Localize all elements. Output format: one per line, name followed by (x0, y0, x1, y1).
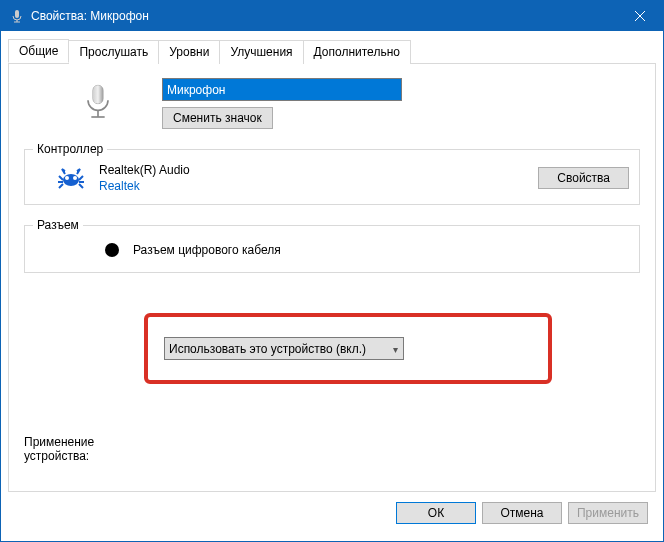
device-section: Сменить значок (24, 78, 640, 129)
controller-legend: Контроллер (33, 142, 107, 156)
cancel-button[interactable]: Отмена (482, 502, 562, 524)
svg-rect-6 (93, 85, 103, 103)
device-usage-select[interactable]: Использовать это устройство (вкл.) (164, 337, 404, 360)
tab-levels[interactable]: Уровни (158, 40, 220, 64)
tab-advanced[interactable]: Дополнительно (303, 40, 411, 64)
change-icon-button[interactable]: Сменить значок (162, 107, 273, 129)
microphone-icon (9, 8, 25, 24)
content-area: Общие Прослушать Уровни Улучшения Дополн… (1, 31, 663, 541)
jack-color-indicator (105, 243, 119, 257)
tab-listen[interactable]: Прослушать (68, 40, 159, 64)
realtek-crab-icon (55, 162, 87, 194)
jack-fieldset: Разъем Разъем цифрового кабеля (24, 225, 640, 273)
tab-strip: Общие Прослушать Уровни Улучшения Дополн… (8, 39, 656, 64)
highlight-annotation: Использовать это устройство (вкл.) ▾ (144, 313, 552, 384)
jack-row: Разъем цифрового кабеля (35, 238, 629, 262)
controller-name: Realtek(R) Audio (99, 163, 538, 177)
tab-general[interactable]: Общие (8, 39, 69, 63)
controller-properties-button[interactable]: Свойства (538, 167, 629, 189)
tab-enhancements[interactable]: Улучшения (219, 40, 303, 64)
svg-rect-0 (15, 10, 19, 18)
device-fields: Сменить значок (162, 78, 402, 129)
controller-row: Realtek(R) Audio Realtek Свойства (35, 162, 629, 194)
close-button[interactable] (617, 1, 663, 31)
controller-fieldset: Контроллер Realtek(R) Audio Realtek Свой… (24, 149, 640, 205)
device-name-input[interactable] (162, 78, 402, 101)
jack-label: Разъем цифрового кабеля (133, 243, 281, 257)
dialog-footer: ОК Отмена Применить (8, 492, 656, 534)
usage-label: Применение устройства: (24, 435, 134, 463)
usage-select-wrap: Использовать это устройство (вкл.) ▾ (164, 337, 404, 360)
svg-point-10 (65, 176, 69, 180)
ok-button[interactable]: ОК (396, 502, 476, 524)
svg-point-11 (73, 176, 77, 180)
jack-legend: Разъем (33, 218, 83, 232)
usage-row: Использовать это устройство (вкл.) ▾ (164, 337, 532, 360)
controller-info: Realtek(R) Audio Realtek (99, 163, 538, 193)
titlebar: Свойства: Микрофон (1, 1, 663, 31)
apply-button[interactable]: Применить (568, 502, 648, 524)
controller-vendor-link[interactable]: Realtek (99, 179, 538, 193)
device-microphone-icon (74, 78, 122, 126)
svg-point-9 (63, 174, 79, 186)
window-title: Свойства: Микрофон (31, 9, 617, 23)
tab-panel-general: Сменить значок Контроллер Realtek(R) Aud… (8, 63, 656, 492)
